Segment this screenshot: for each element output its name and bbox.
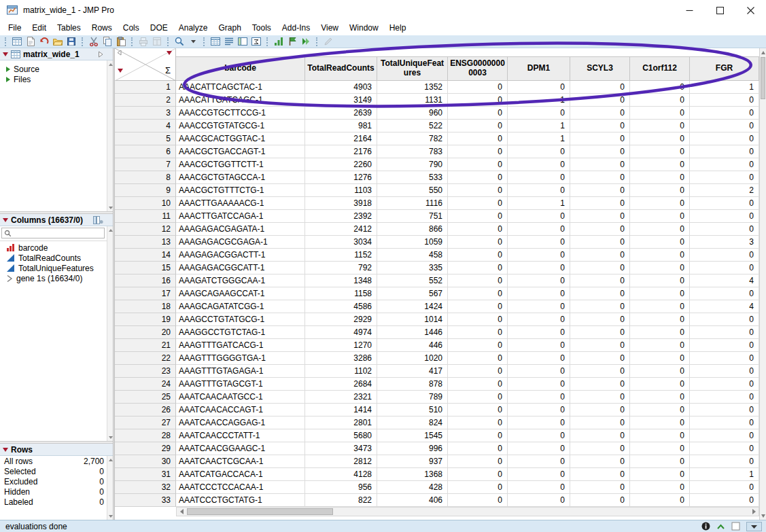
cell[interactable]: 0: [630, 132, 690, 145]
scroll-left-icon[interactable]: [177, 508, 186, 516]
cell[interactable]: 0: [508, 326, 570, 339]
cell[interactable]: 0: [508, 223, 570, 236]
menu-item-file[interactable]: File: [3, 21, 27, 35]
cell[interactable]: 0: [690, 145, 759, 158]
cell[interactable]: 0: [508, 481, 570, 494]
cell[interactable]: 0: [630, 404, 690, 416]
cell[interactable]: 1103: [305, 184, 377, 197]
cell[interactable]: 0: [570, 300, 630, 313]
cell[interactable]: 0: [690, 455, 759, 468]
cell[interactable]: 0: [570, 236, 630, 249]
cell[interactable]: 1446: [377, 326, 448, 339]
cell[interactable]: 0: [690, 429, 759, 442]
cell[interactable]: 0: [690, 107, 759, 120]
cell[interactable]: AAAGGCCTGTCTAG-1: [176, 326, 305, 339]
cell[interactable]: 0: [570, 158, 630, 171]
rows-stat-hidden[interactable]: Hidden0: [0, 486, 113, 497]
cell[interactable]: 0: [570, 313, 630, 326]
row-number[interactable]: 14: [115, 249, 176, 262]
cell[interactable]: 824: [377, 416, 448, 429]
cell[interactable]: 0: [570, 120, 630, 132]
cell[interactable]: AAACATTCAGCTAC-1: [176, 81, 305, 94]
cell[interactable]: 0: [690, 442, 759, 455]
print-button[interactable]: [137, 35, 150, 48]
cell[interactable]: 2412: [305, 223, 377, 236]
cell[interactable]: 0: [448, 300, 508, 313]
cell[interactable]: 0: [570, 378, 630, 391]
cell[interactable]: AAAGCAGATATCGG-1: [176, 300, 305, 313]
cell[interactable]: 0: [630, 210, 690, 223]
cell[interactable]: 0: [570, 494, 630, 507]
cell[interactable]: 1152: [305, 249, 377, 262]
row-number[interactable]: 24: [115, 378, 176, 391]
row-number[interactable]: 26: [115, 404, 176, 416]
cell[interactable]: 1020: [377, 352, 448, 365]
row-number[interactable]: 1: [115, 81, 176, 94]
cell[interactable]: 2801: [305, 416, 377, 429]
menu-item-tables[interactable]: Tables: [52, 21, 86, 35]
cell[interactable]: AAACGCTGTTTCTG-1: [176, 184, 305, 197]
cell[interactable]: 1158: [305, 287, 377, 300]
cell[interactable]: 1: [690, 468, 759, 481]
column-header-fgr[interactable]: FGR: [690, 56, 759, 81]
cell[interactable]: 0: [448, 81, 508, 94]
column-header-dpm1[interactable]: DPM1: [508, 56, 570, 81]
cell[interactable]: 0: [570, 81, 630, 94]
cell[interactable]: 4586: [305, 300, 377, 313]
cell[interactable]: AAACGCTGACCAGT-1: [176, 145, 305, 158]
cell[interactable]: 0: [570, 145, 630, 158]
cell[interactable]: 0: [630, 365, 690, 378]
cell[interactable]: 0: [630, 262, 690, 274]
row-number[interactable]: 8: [115, 171, 176, 184]
cell[interactable]: 0: [508, 494, 570, 507]
cell[interactable]: 0: [630, 481, 690, 494]
cell[interactable]: 0: [508, 300, 570, 313]
cell[interactable]: 0: [690, 287, 759, 300]
cell[interactable]: 0: [690, 171, 759, 184]
sigma-summary-icon[interactable]: Σ: [165, 66, 171, 75]
cell[interactable]: 0: [630, 326, 690, 339]
table-script-files[interactable]: Files: [0, 74, 113, 84]
cell[interactable]: 567: [377, 287, 448, 300]
cell[interactable]: AAAGTTTGTAGAGA-1: [176, 365, 305, 378]
cell[interactable]: 0: [630, 120, 690, 132]
cell[interactable]: 0: [448, 145, 508, 158]
cell[interactable]: 406: [377, 494, 448, 507]
cell[interactable]: 0: [448, 468, 508, 481]
cell[interactable]: AAAGAGACGCGAGA-1: [176, 236, 305, 249]
scroll-down-icon[interactable]: [108, 205, 113, 210]
row-number[interactable]: 30: [115, 455, 176, 468]
scroll-down-icon[interactable]: [108, 435, 113, 440]
new-journal-button[interactable]: [24, 35, 37, 48]
cell[interactable]: 792: [305, 262, 377, 274]
cell[interactable]: 3149: [305, 94, 377, 107]
cell[interactable]: 0: [448, 197, 508, 210]
summary-button[interactable]: [249, 35, 263, 48]
cell[interactable]: 533: [377, 171, 448, 184]
cell[interactable]: 0: [630, 236, 690, 249]
cell[interactable]: AAAGCCTGTATGCG-1: [176, 313, 305, 326]
menu-item-cols[interactable]: Cols: [118, 21, 145, 35]
cell[interactable]: 0: [570, 352, 630, 365]
cell[interactable]: 0: [570, 339, 630, 352]
menu-item-rows[interactable]: Rows: [86, 21, 118, 35]
cell[interactable]: AAAGAGACGGCATT-1: [176, 262, 305, 274]
cell[interactable]: 0: [448, 455, 508, 468]
cell[interactable]: 0: [690, 352, 759, 365]
cell[interactable]: 937: [377, 455, 448, 468]
paste-button[interactable]: [114, 35, 128, 48]
row-number[interactable]: 4: [115, 120, 176, 132]
columns-panel-scrollbar[interactable]: [107, 226, 113, 441]
cell[interactable]: 0: [690, 262, 759, 274]
cell[interactable]: 1116: [377, 197, 448, 210]
cell[interactable]: 0: [508, 107, 570, 120]
cell[interactable]: 0: [570, 249, 630, 262]
cell[interactable]: 3: [690, 236, 759, 249]
cell[interactable]: 0: [690, 197, 759, 210]
cell[interactable]: 1102: [305, 365, 377, 378]
cell[interactable]: 1545: [377, 429, 448, 442]
cell[interactable]: 0: [630, 184, 690, 197]
cell[interactable]: AAATCAACAATGCC-1: [176, 391, 305, 404]
scroll-up-icon[interactable]: [760, 48, 766, 56]
cell[interactable]: 446: [377, 339, 448, 352]
